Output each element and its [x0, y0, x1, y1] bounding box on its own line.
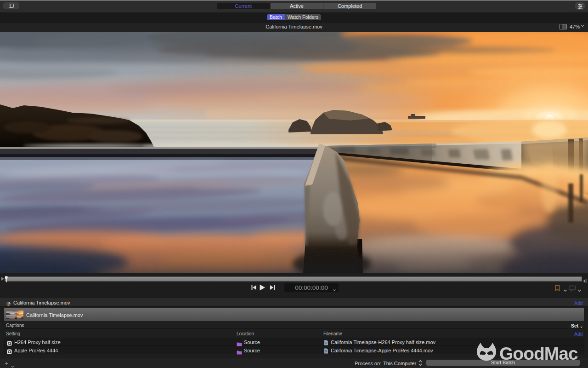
svg-text:GoodMac: GoodMac	[499, 344, 578, 363]
